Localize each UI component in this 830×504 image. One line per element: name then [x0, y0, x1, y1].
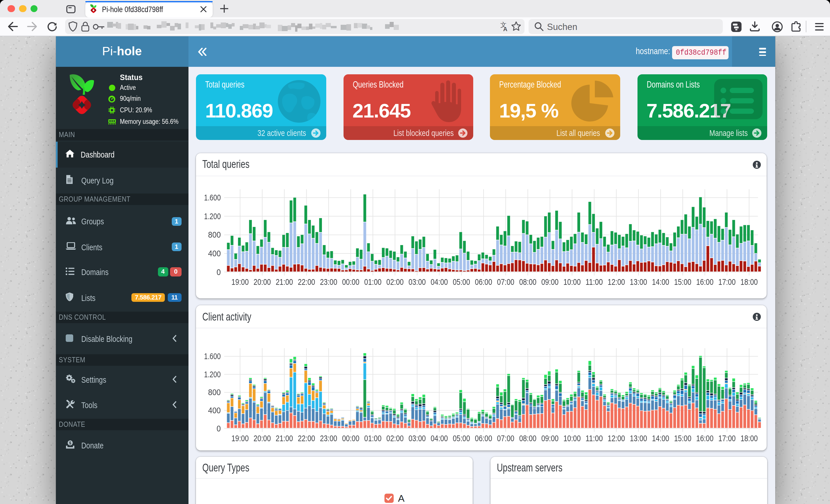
- svg-text:$: $: [69, 441, 71, 445]
- svg-text:12:00: 12:00: [608, 434, 625, 443]
- svg-text:1.200: 1.200: [204, 370, 221, 379]
- svg-text:14:00: 14:00: [652, 277, 669, 286]
- svg-text:400: 400: [208, 249, 221, 258]
- svg-text:1.200: 1.200: [204, 211, 221, 221]
- svg-text:19:00: 19:00: [231, 277, 249, 286]
- svg-text:06:00: 06:00: [475, 277, 492, 286]
- svg-text:07:00: 07:00: [497, 434, 514, 443]
- svg-text:08:00: 08:00: [519, 434, 536, 443]
- svg-text:17:00: 17:00: [719, 277, 736, 286]
- svg-text:0: 0: [217, 267, 221, 276]
- svg-text:A: A: [503, 26, 507, 32]
- svg-text:18:00: 18:00: [740, 277, 758, 286]
- svg-text:11:00: 11:00: [585, 434, 603, 443]
- svg-text:20:00: 20:00: [254, 434, 271, 443]
- svg-text:800: 800: [208, 388, 221, 397]
- svg-text:15:00: 15:00: [674, 277, 691, 286]
- svg-text:11:00: 11:00: [585, 277, 603, 286]
- svg-text:10:00: 10:00: [564, 434, 581, 443]
- svg-text:13:00: 13:00: [630, 277, 647, 286]
- svg-text:0: 0: [217, 424, 221, 433]
- svg-text:09:00: 09:00: [541, 277, 558, 286]
- svg-text:20:00: 20:00: [254, 277, 271, 286]
- svg-text:01:00: 01:00: [364, 434, 382, 443]
- svg-text:13:00: 13:00: [630, 434, 647, 443]
- svg-text:04:00: 04:00: [430, 277, 448, 286]
- svg-text:03:00: 03:00: [408, 277, 426, 286]
- svg-text:15:00: 15:00: [674, 434, 691, 443]
- svg-text:400: 400: [208, 406, 221, 415]
- svg-text:07:00: 07:00: [497, 277, 514, 286]
- svg-text:16:00: 16:00: [696, 277, 713, 286]
- svg-text:21:00: 21:00: [276, 434, 293, 443]
- svg-text:16:00: 16:00: [696, 434, 713, 443]
- svg-text:22:00: 22:00: [298, 277, 315, 286]
- svg-text:1.600: 1.600: [204, 351, 221, 361]
- svg-text:09:00: 09:00: [541, 434, 558, 443]
- svg-text:00:00: 00:00: [342, 277, 359, 286]
- svg-text:08:00: 08:00: [519, 277, 536, 286]
- svg-text:04:00: 04:00: [430, 434, 448, 443]
- svg-text:17:00: 17:00: [719, 434, 736, 443]
- svg-text:19:00: 19:00: [231, 434, 249, 443]
- svg-text:02:00: 02:00: [386, 277, 404, 286]
- svg-text:23:00: 23:00: [320, 277, 337, 286]
- svg-text:01:00: 01:00: [364, 277, 382, 286]
- svg-text:00:00: 00:00: [342, 434, 359, 443]
- svg-text:05:00: 05:00: [453, 277, 470, 286]
- svg-text:02:00: 02:00: [386, 434, 404, 443]
- svg-text:06:00: 06:00: [475, 434, 492, 443]
- svg-text:10:00: 10:00: [564, 277, 581, 286]
- svg-text:1.600: 1.600: [204, 193, 221, 202]
- svg-text:21:00: 21:00: [276, 277, 293, 286]
- svg-text:03:00: 03:00: [408, 434, 426, 443]
- svg-text:23:00: 23:00: [320, 434, 337, 443]
- svg-text:14:00: 14:00: [652, 434, 669, 443]
- svg-text:800: 800: [208, 230, 221, 239]
- svg-text:12:00: 12:00: [608, 277, 625, 286]
- svg-text:22:00: 22:00: [298, 434, 315, 443]
- svg-text:18:00: 18:00: [740, 434, 758, 443]
- svg-text:05:00: 05:00: [453, 434, 470, 443]
